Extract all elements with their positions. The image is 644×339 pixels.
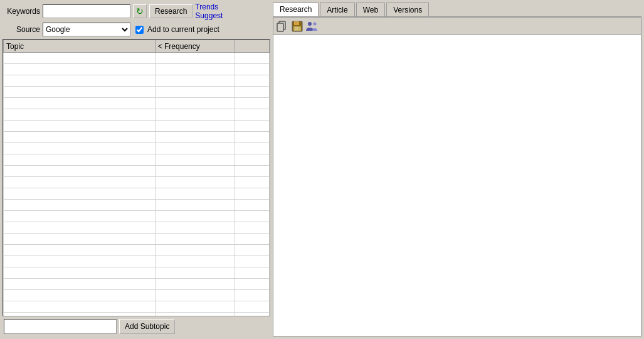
cell-extra-21 (235, 290, 269, 301)
cell-extra-7 (235, 132, 269, 143)
table-row[interactable] (4, 188, 270, 200)
cell-freq-5 (155, 109, 235, 121)
table-row[interactable] (4, 267, 270, 279)
svg-rect-1 (277, 23, 283, 31)
topic-table-container: Topic < Frequency (3, 39, 270, 316)
cell-freq-6 (155, 121, 235, 132)
col-topic-header[interactable]: Topic (4, 40, 156, 53)
cell-topic-18 (4, 256, 156, 267)
refresh-icon: ↻ (136, 6, 144, 16)
table-row[interactable] (4, 154, 270, 166)
cell-topic-17 (4, 245, 156, 256)
cell-freq-11 (155, 177, 235, 188)
cell-topic-14 (4, 211, 156, 222)
keywords-label: Keywords (3, 7, 40, 16)
cell-freq-20 (155, 279, 235, 290)
cell-extra-2 (235, 75, 269, 87)
table-row[interactable] (4, 200, 270, 211)
table-row[interactable] (4, 234, 270, 245)
table-row[interactable] (4, 166, 270, 177)
cell-extra-5 (235, 109, 269, 121)
tab-web[interactable]: Web (356, 3, 385, 16)
cell-freq-10 (155, 166, 235, 177)
cell-freq-13 (155, 200, 235, 211)
add-subtopic-button[interactable]: Add Subtopic (119, 319, 175, 334)
people-icon[interactable] (306, 20, 319, 33)
cell-extra-14 (235, 211, 269, 222)
tab-article[interactable]: Article (320, 3, 354, 16)
table-row[interactable] (4, 53, 270, 64)
cell-topic-9 (4, 154, 156, 166)
save-icon[interactable] (291, 20, 304, 33)
cell-topic-5 (4, 109, 156, 121)
cell-topic-0 (4, 53, 156, 64)
cell-freq-15 (155, 222, 235, 234)
keywords-input[interactable] (43, 4, 130, 18)
cell-extra-9 (235, 154, 269, 166)
table-row[interactable] (4, 132, 270, 143)
cell-extra-3 (235, 87, 269, 98)
cell-extra-8 (235, 143, 269, 154)
cell-freq-12 (155, 188, 235, 200)
cell-extra-11 (235, 177, 269, 188)
table-row[interactable] (4, 143, 270, 154)
table-row[interactable] (4, 222, 270, 234)
cell-topic-10 (4, 166, 156, 177)
copy-icon[interactable] (276, 20, 288, 33)
cell-topic-21 (4, 290, 156, 301)
tabs-row: Research Article Web Versions (273, 3, 641, 17)
cell-topic-20 (4, 279, 156, 290)
table-row[interactable] (4, 290, 270, 301)
trends-link[interactable]: Trends (195, 3, 218, 11)
svg-point-6 (308, 22, 312, 26)
col-freq-header[interactable]: < Frequency (155, 40, 235, 53)
source-select[interactable]: Google Bing Yahoo (43, 23, 130, 36)
table-row[interactable] (4, 109, 270, 121)
content-area (273, 35, 641, 336)
table-row[interactable] (4, 279, 270, 290)
table-row[interactable] (4, 301, 270, 313)
source-label: Source (3, 25, 40, 34)
cell-extra-10 (235, 166, 269, 177)
table-row[interactable] (4, 75, 270, 87)
table-row[interactable] (4, 245, 270, 256)
topic-tbody (4, 53, 270, 317)
cell-topic-19 (4, 267, 156, 279)
topic-table: Topic < Frequency (3, 40, 270, 316)
table-row[interactable] (4, 87, 270, 98)
table-row[interactable] (4, 256, 270, 267)
cell-topic-4 (4, 98, 156, 109)
cell-extra-18 (235, 256, 269, 267)
cell-topic-11 (4, 177, 156, 188)
cell-freq-16 (155, 234, 235, 245)
top-controls: Keywords ↻ Research Trends Suggest Sourc… (3, 3, 270, 36)
cell-freq-8 (155, 143, 235, 154)
table-row[interactable] (4, 98, 270, 109)
cell-freq-4 (155, 98, 235, 109)
cell-freq-3 (155, 87, 235, 98)
cell-freq-2 (155, 75, 235, 87)
cell-freq-1 (155, 64, 235, 75)
table-row[interactable] (4, 121, 270, 132)
suggest-link[interactable]: Suggest (195, 11, 223, 20)
trends-suggest-links: Trends Suggest (195, 3, 223, 20)
cell-extra-1 (235, 64, 269, 75)
refresh-button[interactable]: ↻ (133, 4, 147, 18)
cell-freq-17 (155, 245, 235, 256)
table-row[interactable] (4, 177, 270, 188)
cell-freq-9 (155, 154, 235, 166)
col-extra-header (235, 40, 269, 53)
cell-extra-0 (235, 53, 269, 64)
cell-topic-22 (4, 301, 156, 313)
tab-versions[interactable]: Versions (386, 3, 429, 16)
table-row[interactable] (4, 64, 270, 75)
tab-research[interactable]: Research (273, 3, 319, 16)
bottom-input[interactable] (4, 319, 117, 334)
cell-freq-18 (155, 256, 235, 267)
cell-extra-16 (235, 234, 269, 245)
right-panel: Research Article Web Versions (273, 0, 644, 339)
cell-topic-13 (4, 200, 156, 211)
add-project-checkbox[interactable] (135, 26, 144, 34)
table-row[interactable] (4, 211, 270, 222)
research-button[interactable]: Research (149, 4, 193, 18)
